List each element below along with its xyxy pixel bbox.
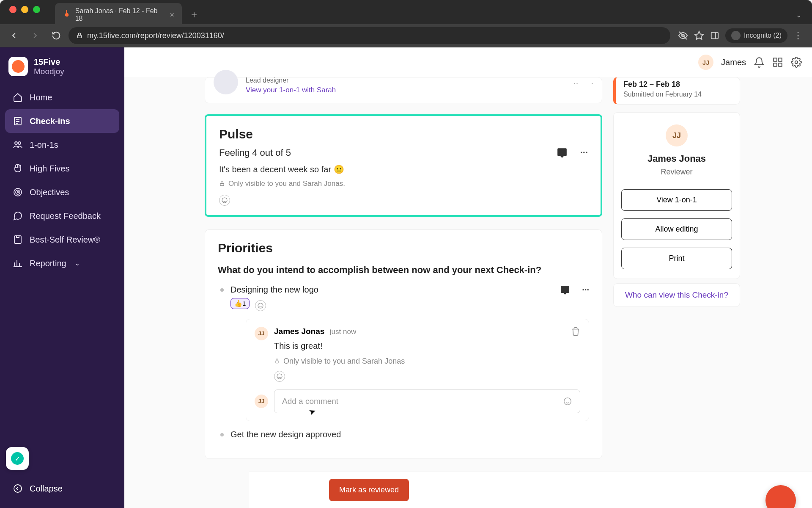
avatar[interactable]: JJ — [698, 55, 713, 70]
pulse-body: It's been a decent week so far 😐 — [219, 164, 588, 174]
view-oneonone-link[interactable]: View your 1-on-1 with Sarah — [246, 86, 336, 94]
bullet-icon — [220, 433, 224, 436]
svg-rect-17 — [779, 63, 782, 66]
nav-forward-button[interactable] — [26, 28, 44, 44]
sidebar-item-highfives[interactable]: High Fives — [5, 157, 119, 180]
browser-tab[interactable]: Sarah Jonas · Feb 12 - Feb 18 × — [55, 3, 182, 27]
feedback-icon — [13, 211, 23, 221]
profile-role: Lead designer — [246, 77, 336, 84]
bell-icon[interactable] — [754, 57, 765, 68]
sidebar-item-objectives[interactable]: Objectives — [5, 180, 119, 204]
profile-action-one[interactable]: ·· — [573, 78, 578, 88]
panel-icon[interactable] — [710, 31, 719, 40]
bullet-icon — [220, 288, 224, 292]
sidebar-item-bestself[interactable]: Best-Self Review® — [5, 228, 119, 251]
submitted-on: Submitted on February 14 — [623, 91, 732, 98]
sidebar-item-oneonones[interactable]: 1-on-1s — [5, 133, 119, 157]
sidebar-item-home[interactable]: Home — [5, 86, 119, 109]
priorities-title: Priorities — [218, 241, 589, 255]
lock-icon — [274, 358, 280, 364]
sidebar: 15Five Moodjoy Home Check-ins 1-on-1s — [0, 47, 124, 508]
bookmark-star-icon[interactable] — [694, 30, 704, 41]
view-oneonone-button[interactable]: View 1-on-1 — [621, 189, 732, 211]
eye-off-icon[interactable] — [678, 30, 688, 41]
allow-editing-button[interactable]: Allow editing — [621, 218, 732, 240]
more-icon[interactable]: ··· — [580, 147, 588, 158]
tab-title: Sarah Jonas · Feb 12 - Feb 18 — [75, 7, 166, 22]
tabs-overflow-icon[interactable]: ⌄ — [796, 11, 801, 19]
reviewer-name: James Jonas — [647, 153, 706, 164]
sidebar-item-label: Best-Self Review® — [30, 235, 100, 245]
date-range: Feb 12 – Feb 18 — [623, 80, 732, 89]
target-icon — [13, 187, 23, 197]
url-text: my.15five.com/report/review/120031160/ — [87, 31, 224, 40]
sidebar-collapse[interactable]: Collapse — [5, 477, 119, 500]
collapse-icon — [13, 483, 23, 494]
apps-grid-icon[interactable] — [772, 57, 783, 68]
svg-marker-3 — [695, 31, 703, 39]
svg-rect-16 — [774, 63, 777, 66]
print-button[interactable]: Print — [621, 248, 732, 269]
comment-input[interactable]: Add a comment — [274, 389, 580, 413]
address-bar[interactable]: my.15five.com/report/review/120031160/ — [69, 27, 670, 44]
comment-icon[interactable] — [560, 285, 570, 295]
incognito-indicator[interactable]: Incognito (2) — [725, 28, 787, 43]
priority-item: Get the new design approved — [218, 430, 589, 440]
svg-point-20 — [222, 198, 227, 203]
add-reaction-button[interactable] — [219, 195, 230, 206]
more-icon[interactable]: ··· — [582, 285, 589, 295]
svg-rect-12 — [14, 236, 21, 243]
svg-rect-6 — [14, 117, 21, 125]
lock-icon — [76, 32, 83, 39]
mark-reviewed-button[interactable]: Mark as reviewed — [329, 479, 409, 501]
sidebar-item-label: Reporting — [30, 259, 66, 268]
add-reaction-button[interactable] — [255, 300, 266, 311]
svg-point-21 — [258, 303, 263, 308]
tab-close-icon[interactable]: × — [170, 11, 174, 19]
chevron-down-icon: ⌄ — [75, 260, 80, 267]
add-reaction-button[interactable] — [274, 371, 285, 382]
avatar: JJ — [255, 327, 268, 340]
emoji-picker-icon[interactable] — [563, 397, 572, 406]
highfive-icon — [13, 163, 23, 174]
comment-thread: JJ James Jonas just now This is great! — [246, 319, 589, 421]
nav-reload-button[interactable] — [47, 28, 65, 44]
brand[interactable]: 15Five Moodjoy — [5, 55, 119, 86]
sidebar-item-label: Request Feedback — [30, 211, 101, 221]
priority-text: Designing the new logo — [230, 285, 318, 294]
svg-point-7 — [15, 142, 17, 144]
trash-icon[interactable] — [571, 327, 580, 336]
priorities-card: Priorities What do you intend to accompl… — [205, 229, 602, 459]
new-tab-button[interactable]: + — [187, 9, 201, 21]
reviewer-card: JJ James Jonas Reviewer View 1-on-1 Allo… — [613, 112, 740, 279]
checkins-icon — [13, 116, 23, 126]
sidebar-item-reporting[interactable]: Reporting ⌄ — [5, 251, 119, 275]
help-widget[interactable]: ✓ — [6, 447, 29, 470]
workspace-name: Moodjoy — [34, 67, 64, 76]
profile-action-two[interactable]: · — [591, 78, 593, 88]
svg-rect-19 — [220, 183, 224, 185]
sidebar-item-checkins[interactable]: Check-ins — [5, 109, 119, 133]
profile-summary-card: Lead designer View your 1-on-1 with Sara… — [205, 77, 602, 103]
brand-name: 15Five — [34, 57, 64, 67]
sidebar-item-request-feedback[interactable]: Request Feedback — [5, 204, 119, 228]
incognito-label: Incognito (2) — [744, 32, 782, 39]
home-icon — [13, 92, 23, 102]
reviewer-role: Reviewer — [661, 168, 692, 177]
gear-icon[interactable] — [791, 57, 802, 68]
avatar: JJ — [666, 124, 688, 146]
comment-text: This is great! — [274, 341, 580, 351]
profile-avatar — [214, 70, 238, 94]
priorities-question: What do you intend to accomplish between… — [218, 265, 589, 276]
who-can-view-link[interactable]: Who can view this Check-in? — [613, 283, 740, 307]
topbar-username[interactable]: James — [721, 58, 746, 67]
reaction-pill[interactable]: 👍1 — [230, 298, 250, 309]
nav-back-button[interactable] — [5, 28, 23, 44]
comment-icon[interactable] — [557, 147, 568, 158]
kebab-menu-icon[interactable]: ⋮ — [793, 30, 803, 41]
svg-point-11 — [17, 192, 19, 193]
svg-point-8 — [18, 142, 21, 144]
svg-rect-15 — [779, 58, 782, 61]
comment-timestamp: just now — [330, 328, 356, 336]
svg-point-24 — [564, 398, 571, 405]
